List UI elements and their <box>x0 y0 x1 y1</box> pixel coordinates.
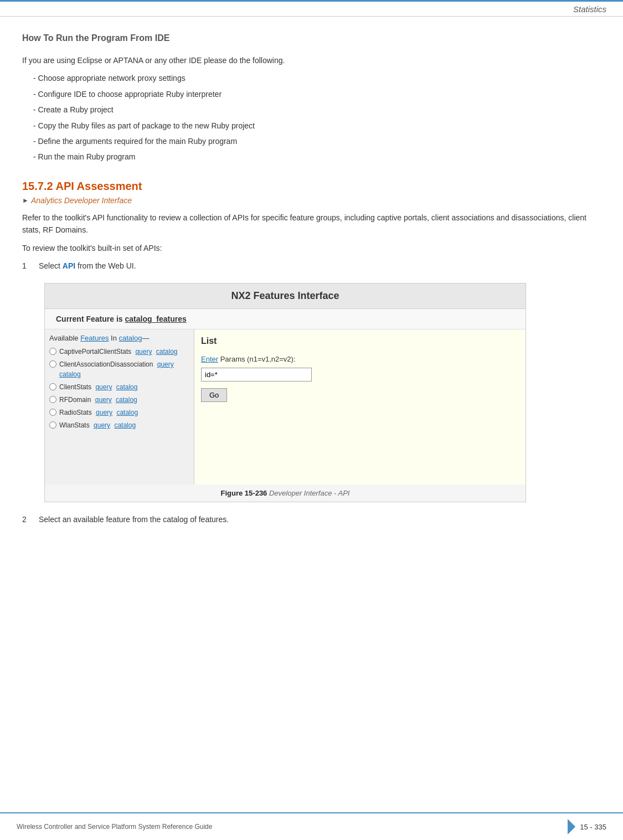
available-prefix: Available <box>49 334 80 342</box>
section-ide: How To Run the Program From IDE If you a… <box>22 33 601 163</box>
current-feature-value: catalog_features <box>125 315 186 323</box>
list-item-1: - Choose appropriate network proxy setti… <box>33 72 601 84</box>
feature-item-rfdomain: RFDomain query catalog <box>49 395 189 405</box>
feature-left-panel: Available Features In catalog— CaptivePo… <box>45 329 194 485</box>
feature-catalog-link-client-stats[interactable]: catalog <box>116 383 138 391</box>
feature-radio-wlan-stats[interactable] <box>49 421 56 429</box>
feature-catalog-link-wlan-stats[interactable]: catalog <box>114 421 136 429</box>
catalog-link[interactable]: catalog <box>119 334 142 342</box>
page-footer: Wireless Controller and Service Platform… <box>0 812 623 840</box>
feature-right-panel: List Enter Params (n1=v1,n2=v2): Go <box>194 329 526 485</box>
feature-radio-rfdomain[interactable] <box>49 396 56 403</box>
feature-query-link-client-assoc[interactable]: query <box>157 360 174 368</box>
page-header: Statistics <box>0 0 623 17</box>
top-border <box>0 0 623 2</box>
nx2-header: NX2 Features Interface <box>45 284 526 309</box>
section-ide-intro: If you are using Eclipse or APTANA or an… <box>22 54 601 66</box>
step-1-number: 1 <box>22 260 39 272</box>
current-feature-bar: Current Feature is catalog_features <box>45 309 526 329</box>
footer-left: Wireless Controller and Service Platform… <box>17 823 212 831</box>
params-text: Params (n1=v1,n2=v2): <box>218 355 295 363</box>
in-text: In <box>109 334 119 342</box>
step-2: 2 Select an available feature from the c… <box>22 513 601 525</box>
feature-left-header: Available Features In catalog— <box>49 334 189 342</box>
analytics-dev-interface-link[interactable]: ► Analytics Developer Interface <box>22 196 601 205</box>
step-1-text: Select API from the Web UI. <box>39 260 136 272</box>
feature-item-captive: CaptivePortalClientStats query catalog <box>49 347 189 357</box>
enter-params-label: Enter Params (n1=v1,n2=v2): <box>201 355 519 363</box>
feature-query-link-captive[interactable]: query <box>135 348 152 355</box>
feature-radio-client-assoc[interactable] <box>49 360 56 368</box>
feature-name-radio-stats: RadioStats <box>59 409 92 416</box>
step-2-text: Select an available feature from the cat… <box>39 513 229 525</box>
feature-query-link-client-stats[interactable]: query <box>95 383 112 391</box>
feature-name-client-assoc: ClientAssociationDisassociation <box>59 360 153 368</box>
feature-links-wlan-stats: query catalog <box>94 421 138 429</box>
step-2-number: 2 <box>22 513 39 525</box>
right-panel-title: List <box>201 336 519 346</box>
api-assessment-title: API Assessment <box>55 180 142 192</box>
step-1: 1 Select API from the Web UI. <box>22 260 601 272</box>
features-link[interactable]: Features <box>80 334 109 342</box>
api-assessment-heading: 15.7.2 API Assessment <box>22 180 601 193</box>
go-button[interactable]: Go <box>201 388 227 402</box>
section-api: 15.7.2 API Assessment ► Analytics Develo… <box>22 180 601 526</box>
feature-item-client-assoc: ClientAssociationDisassociation query ca… <box>49 359 189 379</box>
feature-catalog-link-rfdomain[interactable]: catalog <box>116 396 137 404</box>
link-arrow-icon: ► <box>22 197 29 204</box>
list-item-4: - Copy the Ruby files as part of package… <box>33 120 601 132</box>
feature-radio-client-stats[interactable] <box>49 383 56 390</box>
api-assessment-number: 15.7.2 <box>22 180 53 192</box>
footer-slash-icon <box>568 819 575 834</box>
section-ide-heading: How To Run the Program From IDE <box>22 33 601 43</box>
step-1-prefix: Select <box>39 261 63 270</box>
figure-caption: Figure 15-236 Developer Interface - API <box>45 485 526 502</box>
list-item-5: - Define the arguments required for the … <box>33 135 601 147</box>
feature-links-radio-stats: query catalog <box>96 409 140 416</box>
feature-radio-radio-stats[interactable] <box>49 409 56 416</box>
feature-query-link-rfdomain[interactable]: query <box>95 396 112 404</box>
feature-catalog-link-captive[interactable]: catalog <box>156 348 178 355</box>
feature-name-client-stats: ClientStats <box>59 383 91 391</box>
step-1-suffix: from the Web UI. <box>75 261 136 270</box>
feature-body: Available Features In catalog— CaptivePo… <box>45 329 526 485</box>
feature-query-link-wlan-stats[interactable]: query <box>94 421 110 429</box>
step-1-api: API <box>63 261 75 270</box>
dash: — <box>142 334 149 342</box>
params-input[interactable] <box>201 368 312 382</box>
feature-item-radio-stats: RadioStats query catalog <box>49 408 189 418</box>
feature-links-captive: query catalog <box>135 348 179 355</box>
feature-item-wlan-stats: WlanStats query catalog <box>49 420 189 430</box>
footer-right: 15 - 335 <box>568 819 606 834</box>
feature-item-client-stats: ClientStats query catalog <box>49 382 189 392</box>
analytics-link-text: Analytics Developer Interface <box>31 196 132 205</box>
list-item-2: - Configure IDE to choose appropriate Ru… <box>33 88 601 100</box>
feature-name-captive: CaptivePortalClientStats <box>59 348 131 355</box>
figure-inner: NX2 Features Interface Current Feature i… <box>45 284 526 485</box>
main-content: How To Run the Program From IDE If you a… <box>0 17 623 565</box>
caption-italic: Developer Interface - API <box>269 489 349 497</box>
list-item-3: - Create a Ruby project <box>33 104 601 116</box>
figure-nx2: NX2 Features Interface Current Feature i… <box>44 283 526 502</box>
feature-links-client-stats: query catalog <box>95 383 140 391</box>
feature-query-link-radio-stats[interactable]: query <box>96 409 112 416</box>
feature-links-rfdomain: query catalog <box>95 396 140 404</box>
page-header-title: Statistics <box>573 4 606 14</box>
nx2-title: NX2 Features Interface <box>231 290 339 301</box>
footer-page-number: 15 - 335 <box>580 823 606 831</box>
current-feature-label: Current Feature is <box>56 315 125 323</box>
api-paragraph1: Refer to the toolkit's API functionality… <box>22 212 601 236</box>
enter-link[interactable]: Enter <box>201 355 218 363</box>
api-paragraph2: To review the toolkit's built-in set of … <box>22 242 601 254</box>
list-item-6: - Run the main Ruby program <box>33 151 601 163</box>
caption-bold: Figure 15-236 <box>221 489 267 497</box>
feature-radio-captive[interactable] <box>49 348 56 355</box>
feature-name-rfdomain: RFDomain <box>59 396 91 404</box>
feature-name-wlan-stats: WlanStats <box>59 421 90 429</box>
feature-catalog-link-radio-stats[interactable]: catalog <box>116 409 138 416</box>
feature-catalog-link-client-assoc[interactable]: catalog <box>59 370 81 378</box>
